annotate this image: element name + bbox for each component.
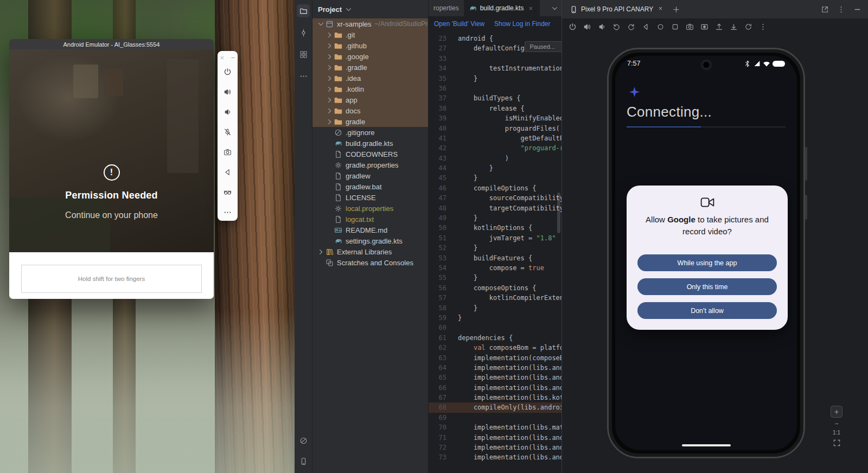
code-line-33[interactable]: 33 bbox=[429, 54, 561, 63]
device-screen[interactable]: 7:57 Connecting... Allow Google to take … bbox=[615, 56, 797, 450]
chevron-right-icon[interactable] bbox=[326, 31, 334, 39]
home-indicator[interactable] bbox=[682, 444, 731, 446]
open-in-window-icon[interactable] bbox=[821, 5, 829, 14]
record-button[interactable] bbox=[698, 21, 710, 33]
code-line-43[interactable]: 43 ) bbox=[429, 154, 561, 163]
tree-item-scratches-and-consoles[interactable]: Scratches and Consoles bbox=[312, 257, 428, 268]
code-line-49[interactable]: 49 } bbox=[429, 213, 561, 223]
tree-item-local-properties[interactable]: local.properties bbox=[312, 203, 428, 214]
code-line-70[interactable]: 70 implementation(libs.mate bbox=[429, 423, 561, 432]
code-line-45[interactable]: 45 } bbox=[429, 173, 561, 183]
back-nav-button[interactable] bbox=[640, 21, 652, 33]
chevron-right-icon[interactable] bbox=[326, 107, 334, 115]
tree-item-idea[interactable]: .idea bbox=[312, 73, 428, 84]
back-button[interactable] bbox=[221, 165, 234, 178]
kebab-button[interactable] bbox=[757, 21, 769, 33]
chevron-right-icon[interactable] bbox=[326, 85, 334, 93]
tree-item-xr-samples[interactable]: xr-samples~/AndroidStudioProj bbox=[312, 18, 428, 29]
tree-item-github[interactable]: .github bbox=[312, 40, 428, 51]
power-button[interactable] bbox=[221, 65, 234, 78]
panel-options-icon[interactable] bbox=[837, 5, 845, 14]
commit-tool-button[interactable] bbox=[297, 26, 310, 39]
code-line-36[interactable]: 36 bbox=[429, 84, 561, 93]
chevron-right-icon[interactable] bbox=[326, 96, 334, 104]
code-line-55[interactable]: 55 } bbox=[429, 273, 561, 283]
zoom-in-button[interactable]: + bbox=[831, 406, 843, 418]
permission-button-don-t-allow[interactable]: Don't allow bbox=[637, 302, 777, 319]
chevron-right-icon[interactable] bbox=[326, 118, 334, 126]
code-line-46[interactable]: 46 compileOptions { bbox=[429, 183, 561, 193]
code-line-54[interactable]: 54 compose = true bbox=[429, 263, 561, 273]
more-button[interactable] bbox=[221, 206, 234, 219]
code-line-47[interactable]: 47 sourceCompatibility bbox=[429, 193, 561, 203]
tree-item-gitignore[interactable]: .gitignore bbox=[312, 127, 428, 138]
code-line-66[interactable]: 66 implementation(libs.andr bbox=[429, 383, 561, 393]
chevron-right-icon[interactable] bbox=[317, 248, 325, 256]
tree-item-logcat-txt[interactable]: logcat.txt bbox=[312, 214, 428, 225]
code-line-53[interactable]: 53 buildFeatures { bbox=[429, 253, 561, 263]
code-line-61[interactable]: 61dependencies { bbox=[429, 333, 561, 343]
tab-overflow-chevron-icon[interactable] bbox=[547, 0, 561, 16]
mic-off-button[interactable] bbox=[221, 125, 234, 138]
add-device-button[interactable] bbox=[672, 5, 680, 14]
upload-button[interactable] bbox=[713, 21, 725, 33]
code-line-57[interactable]: 57 kotlinCompilerExtens bbox=[429, 293, 561, 303]
code-editor[interactable]: 23android {27 defaultConfig {3334 testIn… bbox=[429, 34, 561, 473]
volume-down-button[interactable] bbox=[596, 21, 608, 33]
chevron-right-icon[interactable] bbox=[326, 74, 334, 82]
code-line-38[interactable]: 38 release { bbox=[429, 104, 561, 113]
emulator-screen[interactable]: ! Permission Needed Continue on your pho… bbox=[9, 49, 214, 252]
screenshot-button[interactable] bbox=[684, 21, 695, 33]
tree-item-settings-gradle-kts[interactable]: settings.gradle.kts bbox=[312, 235, 428, 246]
chevron-down-icon[interactable] bbox=[344, 5, 353, 14]
code-line-40[interactable]: 40 proguardFiles( bbox=[429, 124, 561, 133]
code-line-56[interactable]: 56 composeOptions { bbox=[429, 283, 561, 293]
project-tool-button[interactable] bbox=[297, 4, 310, 17]
code-line-52[interactable]: 52 } bbox=[429, 243, 561, 253]
hide-panel-icon[interactable] bbox=[853, 5, 861, 14]
code-line-71[interactable]: 71 implementation(libs.andr bbox=[429, 433, 561, 443]
code-line-41[interactable]: 41 getDefaultPr bbox=[429, 133, 561, 143]
tree-item-gradlew-bat[interactable]: gradlew.bat bbox=[312, 181, 428, 192]
volume-up-button[interactable] bbox=[221, 85, 234, 98]
code-line-69[interactable]: 69 bbox=[429, 413, 561, 423]
tree-item-git[interactable]: .git bbox=[312, 29, 428, 40]
tree-item-google[interactable]: .google bbox=[312, 51, 428, 62]
close-tab-icon[interactable] bbox=[656, 4, 665, 14]
chevron-right-icon[interactable] bbox=[326, 63, 334, 72]
code-line-37[interactable]: 37 buildTypes { bbox=[429, 93, 561, 103]
volume-down-button[interactable] bbox=[221, 105, 234, 118]
structure-tool-button[interactable] bbox=[297, 48, 310, 61]
zoom-out-button[interactable]: − bbox=[834, 421, 838, 426]
download-button[interactable] bbox=[727, 21, 739, 33]
volume-up-button[interactable] bbox=[581, 21, 593, 33]
tab-pixel-9-pro[interactable]: Pixel 9 Pro API CANARY bbox=[569, 0, 666, 18]
code-line-42[interactable]: 42 "proguard-ru bbox=[429, 143, 561, 153]
permission-button-only-this-time[interactable]: Only this time bbox=[637, 278, 777, 295]
power-button[interactable] bbox=[566, 21, 578, 33]
device-manager-tool-button[interactable] bbox=[297, 455, 310, 468]
tree-item-docs[interactable]: docs bbox=[312, 105, 428, 116]
chevron-right-icon[interactable] bbox=[326, 53, 334, 61]
code-line-63[interactable]: 63 implementation(composeBo bbox=[429, 353, 561, 363]
permission-button-while-using-the-app[interactable]: While using the app bbox=[637, 254, 777, 271]
tree-item-app[interactable]: app bbox=[312, 94, 428, 105]
home-nav-button[interactable] bbox=[654, 21, 666, 33]
code-line-50[interactable]: 50 kotlinOptions { bbox=[429, 223, 561, 233]
overview-nav-button[interactable] bbox=[669, 21, 681, 33]
code-line-35[interactable]: 35 } bbox=[429, 74, 561, 84]
zoom-level[interactable]: 1:1 bbox=[833, 430, 840, 436]
emulator-titlebar[interactable]: Android Emulator - AI_Glasses:5554 bbox=[9, 39, 214, 49]
camera-button[interactable] bbox=[221, 145, 234, 158]
tree-item-license[interactable]: LICENSE bbox=[312, 192, 428, 203]
code-line-73[interactable]: 73 implementation(libs.andr bbox=[429, 452, 561, 462]
code-line-44[interactable]: 44 } bbox=[429, 163, 561, 173]
tree-item-gradle[interactable]: gradle bbox=[312, 116, 428, 127]
code-line-51[interactable]: 51 jvmTarget = "1.8" bbox=[429, 233, 561, 243]
tree-item-gradle[interactable]: .gradle bbox=[312, 62, 428, 73]
rotate-right-button[interactable] bbox=[625, 21, 637, 33]
code-line-39[interactable]: 39 isMinifyEnabled bbox=[429, 113, 561, 123]
minimize-icon[interactable] bbox=[229, 54, 237, 62]
code-line-60[interactable]: 60 bbox=[429, 323, 561, 333]
zoom-fit-icon[interactable] bbox=[833, 439, 841, 447]
